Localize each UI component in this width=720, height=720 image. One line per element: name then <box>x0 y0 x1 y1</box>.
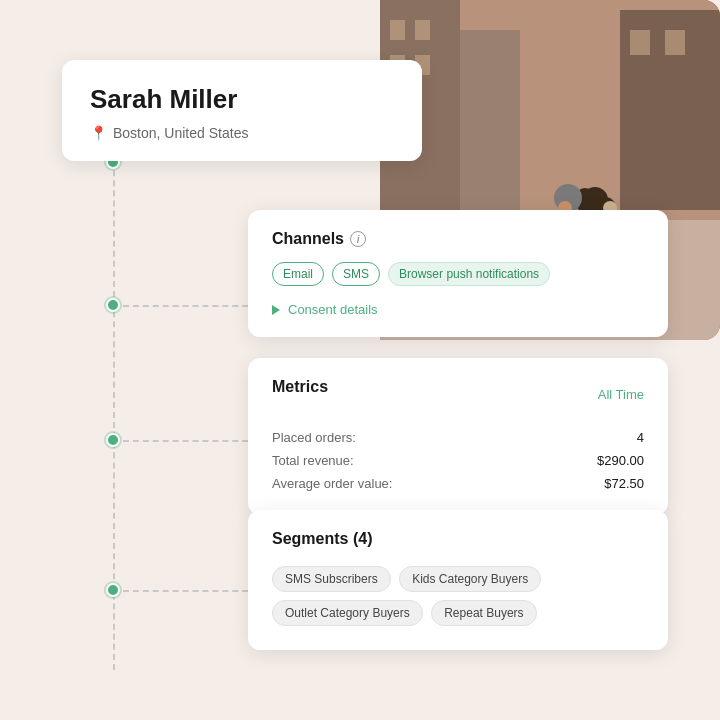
segment-tag-2[interactable]: Outlet Category Buyers <box>272 600 423 626</box>
metrics-row-0: Placed orders: 4 <box>272 426 644 449</box>
channels-info-icon[interactable]: i <box>350 231 366 247</box>
scene: Sarah Miller 📍 Boston, United States Cha… <box>0 0 720 720</box>
connector-dot-2 <box>106 298 120 312</box>
channels-card: Channels i Email SMS Browser push notifi… <box>248 210 668 337</box>
svg-rect-4 <box>390 20 405 40</box>
segments-card: Segments (4) SMS Subscribers Kids Catego… <box>248 510 668 650</box>
consent-details-row[interactable]: Consent details <box>272 302 644 317</box>
metrics-card: Metrics All Time Placed orders: 4 Total … <box>248 358 668 515</box>
consent-label: Consent details <box>288 302 378 317</box>
segment-tag-1[interactable]: Kids Category Buyers <box>399 566 541 592</box>
svg-rect-9 <box>665 30 685 55</box>
metric-value-2: $72.50 <box>604 476 644 491</box>
all-time-label[interactable]: All Time <box>598 387 644 402</box>
connector-dot-4 <box>106 583 120 597</box>
tag-email: Email <box>272 262 324 286</box>
profile-name: Sarah Miller <box>90 84 394 115</box>
tag-browser-push: Browser push notifications <box>388 262 550 286</box>
metric-value-1: $290.00 <box>597 453 644 468</box>
svg-rect-5 <box>415 20 430 40</box>
metrics-row-2: Average order value: $72.50 <box>272 472 644 495</box>
profile-location-text: Boston, United States <box>113 125 248 141</box>
svg-rect-2 <box>460 30 520 220</box>
channels-tags-row: Email SMS Browser push notifications <box>272 262 644 286</box>
profile-location: 📍 Boston, United States <box>90 125 394 141</box>
metric-label-1: Total revenue: <box>272 453 354 468</box>
connector-dot-3 <box>106 433 120 447</box>
svg-rect-8 <box>630 30 650 55</box>
channels-title: Channels i <box>272 230 644 248</box>
location-icon: 📍 <box>90 125 107 141</box>
segments-title: Segments (4) <box>272 530 644 548</box>
metric-label-0: Placed orders: <box>272 430 356 445</box>
metrics-header: Metrics All Time <box>272 378 644 410</box>
segment-tag-3[interactable]: Repeat Buyers <box>431 600 536 626</box>
metrics-row-1: Total revenue: $290.00 <box>272 449 644 472</box>
metric-label-2: Average order value: <box>272 476 392 491</box>
profile-card: Sarah Miller 📍 Boston, United States <box>62 60 422 161</box>
tag-sms: SMS <box>332 262 380 286</box>
metric-value-0: 4 <box>637 430 644 445</box>
segment-tag-0[interactable]: SMS Subscribers <box>272 566 391 592</box>
segments-tags-row: SMS Subscribers Kids Category Buyers Out… <box>272 562 644 630</box>
metrics-title: Metrics <box>272 378 328 396</box>
expand-icon <box>272 305 280 315</box>
